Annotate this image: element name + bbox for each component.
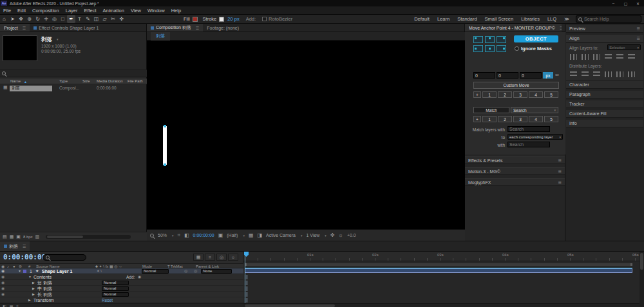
fill-label[interactable]: Fill bbox=[184, 16, 190, 22]
home-tool-icon[interactable]: ⌂ bbox=[0, 15, 8, 23]
link-icon[interactable]: ∞ bbox=[555, 72, 559, 78]
new-folder-icon[interactable]: ▦ bbox=[10, 234, 14, 239]
effects-presets-panel-header[interactable]: Effects & Presets ☰ bbox=[465, 156, 565, 164]
selection-tool-icon[interactable]: ➤ bbox=[8, 15, 17, 23]
align-to-select[interactable]: Selection ▾ bbox=[607, 44, 641, 50]
match-tab[interactable]: Match bbox=[473, 107, 509, 113]
timeline-search[interactable] bbox=[43, 254, 86, 261]
distribute-top-button[interactable] bbox=[570, 71, 577, 77]
panel-menu-icon[interactable]: ☰ bbox=[558, 158, 562, 163]
time-ruler[interactable]: 01s 02s 03s 04s 05s 06s bbox=[243, 252, 639, 261]
mask-visibility-icon[interactable]: ◧ bbox=[184, 232, 189, 238]
tab-move-anchor-point[interactable]: Move Anchor Point 4 - MONTER GROUP© ☰ bbox=[465, 24, 562, 32]
sort-asc-icon[interactable]: ▴ bbox=[24, 79, 26, 84]
distribute-right-button[interactable] bbox=[628, 71, 635, 77]
layer-switches[interactable]: ✦ \ bbox=[97, 268, 102, 274]
anchor-middle-left-button[interactable] bbox=[473, 45, 483, 52]
stroke-label[interactable]: Stroke bbox=[203, 16, 217, 22]
motion3-panel-header[interactable]: Motion-3 - MG© ☰ bbox=[465, 167, 565, 175]
panel-menu-icon[interactable]: ☰ bbox=[637, 36, 640, 41]
expand-arrow-icon[interactable]: ▼ bbox=[28, 274, 32, 280]
distribute-vertical-center-button[interactable] bbox=[582, 71, 589, 77]
timeline-vscrollbar[interactable] bbox=[639, 252, 644, 307]
eye-icon[interactable]: ◉ bbox=[1, 274, 5, 280]
preset-4-button[interactable]: 4 bbox=[529, 91, 543, 98]
orbit-tool-icon[interactable]: ↻ bbox=[33, 15, 42, 23]
label-color-chip[interactable] bbox=[23, 270, 26, 273]
expand-arrow-icon[interactable]: ▼ bbox=[18, 268, 21, 274]
align-right-button[interactable] bbox=[593, 54, 600, 60]
clone-stamp-tool-icon[interactable]: ◫ bbox=[92, 15, 100, 23]
menu-composition[interactable]: Composition bbox=[29, 8, 62, 14]
frame-blend-icon[interactable]: ◎ bbox=[216, 254, 227, 261]
column-size[interactable]: Size bbox=[82, 79, 90, 83]
project-item-name[interactable]: 剥落 bbox=[10, 86, 52, 91]
bit-depth-button[interactable]: 8 bpc bbox=[23, 235, 33, 239]
px-unit-button[interactable]: px bbox=[543, 72, 553, 79]
distribute-left-button[interactable] bbox=[605, 71, 612, 77]
shape-tool-icon[interactable]: □ bbox=[59, 15, 67, 23]
group-row-2[interactable]: ◉ ▶ 中 剥落 Normal ▾ bbox=[0, 286, 243, 292]
new-composition-icon[interactable]: ▣ bbox=[16, 234, 21, 239]
tab-timeline-comp[interactable]: 剥落 ☰ bbox=[0, 241, 30, 251]
shape-object[interactable] bbox=[163, 126, 167, 165]
preset-1-button[interactable]: 1 bbox=[482, 91, 497, 98]
work-area-bar[interactable] bbox=[245, 263, 632, 266]
grid-options-icon[interactable]: ⌗ bbox=[178, 232, 181, 239]
menu-effect[interactable]: Effect bbox=[80, 8, 99, 14]
group-row-3[interactable]: ◉ ▶ 长 剥落 Normal ▾ bbox=[0, 292, 243, 297]
workspace-standard[interactable]: Standard bbox=[457, 16, 477, 22]
roto-brush-tool-icon[interactable]: ✂ bbox=[109, 15, 117, 23]
project-search-input[interactable] bbox=[8, 71, 140, 77]
preset-5-button[interactable]: 5 bbox=[544, 91, 558, 98]
match-3-button[interactable]: 3 bbox=[513, 116, 527, 122]
interpret-footage-icon[interactable]: ▤ bbox=[3, 234, 7, 239]
panel-menu-icon[interactable]: ☰ bbox=[23, 26, 26, 30]
workspace-libraries[interactable]: Libraries bbox=[521, 16, 540, 22]
maximize-icon[interactable]: ▢ bbox=[620, 1, 632, 6]
minimize-icon[interactable]: – bbox=[607, 1, 620, 6]
stroke-color-swatch[interactable] bbox=[219, 17, 224, 22]
magnification-icon[interactable] bbox=[150, 234, 154, 237]
eye-icon[interactable]: ◉ bbox=[1, 280, 5, 286]
current-time-display[interactable]: 0:00:00:00 bbox=[3, 253, 46, 261]
anchor-z-input[interactable] bbox=[520, 72, 542, 79]
snapshot-icon[interactable]: ▣ bbox=[218, 232, 223, 238]
stroke-width-value[interactable]: 20 px bbox=[227, 16, 239, 22]
match-2-button[interactable]: 2 bbox=[498, 116, 512, 122]
comp-navigator-tab[interactable]: 剥落 bbox=[151, 32, 170, 41]
fill-color-swatch[interactable] bbox=[193, 17, 198, 22]
menu-animation[interactable]: Animation bbox=[100, 8, 128, 14]
match-add-button[interactable]: + bbox=[473, 116, 481, 122]
reset-link[interactable]: Reset bbox=[102, 297, 113, 303]
to-layer-select[interactable]: each corresponding layer ▾ bbox=[507, 134, 563, 140]
group-name[interactable]: 长 剥落 bbox=[37, 292, 52, 297]
menu-window[interactable]: Window bbox=[144, 8, 168, 14]
workspace-llq[interactable]: LLQ bbox=[547, 16, 556, 22]
draft-3d-icon[interactable]: ⌗ bbox=[205, 254, 215, 261]
panel-menu-icon[interactable]: ☰ bbox=[558, 180, 562, 185]
help-search[interactable]: Search Help bbox=[576, 15, 641, 23]
preview-time[interactable]: 0:00:00:00 bbox=[193, 233, 214, 237]
menu-help[interactable]: Help bbox=[168, 8, 184, 14]
region-of-interest-icon[interactable]: ▦ bbox=[249, 232, 254, 238]
eraser-tool-icon[interactable]: ▱ bbox=[100, 15, 109, 23]
composition-mini-flowchart-icon[interactable]: ▦ bbox=[193, 254, 204, 261]
search-tab[interactable]: Search ▾ bbox=[511, 107, 558, 113]
match-1-button[interactable]: 1 bbox=[482, 116, 497, 122]
toggle-switches-icon[interactable]: ◧ bbox=[3, 304, 6, 307]
tab-effect-controls[interactable]: Effect Controls Shape Layer 1 bbox=[30, 24, 102, 32]
camera-select[interactable]: Active Camera bbox=[266, 233, 296, 237]
eye-icon[interactable]: ◉ bbox=[1, 268, 5, 274]
tab-project[interactable]: Project ☰ bbox=[0, 24, 30, 32]
pixel-aspect-icon[interactable]: ✜ bbox=[330, 232, 335, 238]
add-menu-icon[interactable]: ◉ bbox=[138, 274, 141, 280]
align-panel-header[interactable]: Align ☰ bbox=[566, 35, 643, 42]
distribute-horizontal-center-button[interactable] bbox=[616, 71, 623, 77]
group-mode-select[interactable]: Normal ▾ bbox=[102, 292, 129, 297]
object-button[interactable]: OBJECT bbox=[514, 35, 558, 42]
contents-label[interactable]: Contents bbox=[33, 274, 52, 280]
contents-group-row[interactable]: ◉ ▼ Contents Add: ◉ bbox=[0, 274, 243, 280]
zoom-out-icon[interactable]: ▦ bbox=[10, 304, 14, 307]
close-icon[interactable]: ✕ bbox=[632, 1, 644, 6]
